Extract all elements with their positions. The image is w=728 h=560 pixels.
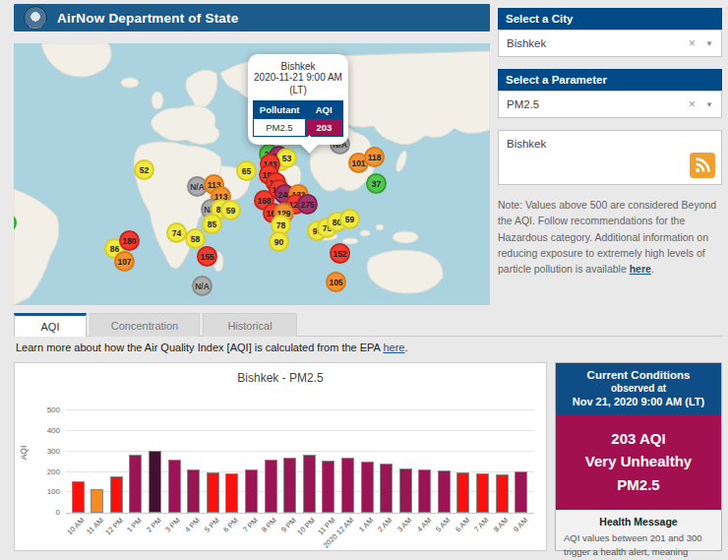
clear-icon[interactable]: ×: [689, 36, 696, 50]
x-axis-label: 10 AM: [65, 516, 86, 536]
bar-slot: 11 AM: [91, 401, 104, 513]
bar-slot: 6 PM: [225, 401, 239, 513]
note-suffix: .: [651, 263, 654, 275]
x-axis-label: 3 PM: [164, 516, 183, 534]
parameter-select[interactable]: PM2.5 × ▼: [498, 91, 722, 118]
popup-datetime: 2020-11-21 9:00 AM: [253, 72, 343, 85]
chart-bar[interactable]: [149, 451, 161, 513]
map-marker[interactable]: 118: [364, 147, 385, 167]
x-axis-label: 2 AM: [376, 516, 394, 533]
learn-more-suffix: .: [404, 342, 407, 353]
chart-bar[interactable]: [361, 462, 374, 513]
beyond-aqi-note: Note: Values above 500 are considered Be…: [498, 197, 722, 277]
bar-slot: 10 AM: [72, 401, 86, 513]
chart-bar[interactable]: [399, 468, 412, 513]
world-aqi-map[interactable]: 522756N/A113113N/A8159658558155N/A748618…: [14, 43, 490, 305]
chart-bar[interactable]: [341, 458, 354, 513]
map-marker[interactable]: 85: [202, 214, 222, 234]
x-axis-label: 5 AM: [434, 516, 452, 533]
health-message-text: AQI values between 201 and 300 trigger a…: [564, 531, 713, 560]
chart-bar[interactable]: [283, 458, 296, 513]
map-marker[interactable]: 155: [197, 246, 217, 267]
chart-bar[interactable]: [265, 460, 277, 513]
map-marker[interactable]: 107: [114, 251, 135, 272]
department-of-state-seal-logo: [24, 6, 47, 30]
x-axis-label: 12 PM: [103, 516, 125, 537]
chart-bar[interactable]: [515, 471, 527, 513]
city-select[interactable]: Bishkek × ▼: [498, 30, 722, 57]
chart-bar[interactable]: [303, 455, 316, 513]
map-marker[interactable]: 180: [119, 230, 140, 251]
y-axis-tick: 300: [34, 447, 60, 456]
chevron-down-icon[interactable]: ▼: [705, 39, 713, 48]
map-marker[interactable]: 65: [236, 160, 257, 181]
map-marker[interactable]: 74: [166, 222, 187, 243]
chart-bar[interactable]: [380, 464, 393, 513]
conditions-pollutant: PM2.5: [560, 473, 717, 496]
x-axis-label: 11 AM: [85, 516, 105, 536]
tab-aqi[interactable]: AQI: [14, 313, 87, 337]
map-marker[interactable]: 105: [326, 272, 346, 292]
popup-pollutant-value: PM2.5: [254, 119, 306, 137]
map-marker[interactable]: 59: [220, 200, 241, 220]
map-marker[interactable]: 152: [330, 243, 350, 264]
bar-slot: 5 PM: [207, 401, 220, 513]
chart-bar[interactable]: [207, 472, 219, 513]
x-axis-label: 7 PM: [241, 516, 260, 534]
bar-slot: 1 PM: [129, 401, 143, 513]
x-axis-label: 8 PM: [261, 516, 279, 534]
aqi-map-popup: Bishkek 2020-11-21 9:00 AM (LT) Pollutan…: [248, 54, 348, 145]
chart-bar[interactable]: [72, 481, 85, 513]
health-message-title: Health Message: [564, 516, 713, 528]
bar-slot: 10 PM: [303, 401, 317, 513]
chart-bar[interactable]: [438, 470, 451, 513]
chart-bar[interactable]: [322, 461, 334, 513]
clear-icon[interactable]: ×: [689, 97, 696, 111]
y-axis-tick: 400: [34, 426, 60, 435]
map-marker[interactable]: 59: [339, 209, 360, 229]
x-axis-label: 1 PM: [125, 516, 144, 534]
rss-icon[interactable]: [690, 153, 715, 178]
city-select-value: Bishkek: [507, 37, 689, 49]
map-marker[interactable]: 37: [366, 173, 387, 194]
x-axis-label: 4 AM: [415, 516, 433, 533]
tab-concentration[interactable]: Concentration: [90, 313, 200, 337]
learn-more-prefix: Learn more about how the Air Quality Ind…: [16, 342, 383, 353]
note-here-link[interactable]: here: [630, 263, 651, 275]
chart-bar[interactable]: [91, 489, 103, 513]
bar-slot: 4 AM: [418, 401, 432, 513]
chart-bar[interactable]: [456, 472, 469, 513]
chart-bar[interactable]: [129, 455, 142, 513]
parameter-select-value: PM2.5: [507, 98, 689, 110]
bar-slot: 3 PM: [168, 401, 182, 513]
map-marker[interactable]: 52: [134, 159, 154, 180]
note-text: Note: Values above 500 are considered Be…: [498, 199, 716, 275]
conditions-datetime: Nov 21, 2020 9:00 AM (LT): [560, 396, 717, 407]
bar-slot: 8 AM: [496, 401, 510, 513]
learn-more-here-link[interactable]: here: [383, 342, 404, 353]
x-axis-label: 3 AM: [395, 516, 413, 533]
bar-slot: 8 PM: [265, 401, 278, 513]
map-marker[interactable]: N/A: [192, 276, 212, 296]
y-axis-tick: 0: [34, 508, 60, 517]
chart-bar[interactable]: [187, 469, 200, 513]
popup-col-aqi: AQI: [305, 101, 342, 119]
map-marker[interactable]: 275: [297, 194, 318, 215]
chart-bar[interactable]: [110, 476, 123, 513]
chart-bar[interactable]: [418, 469, 431, 513]
chart-bar[interactable]: [245, 469, 258, 513]
chart-bar[interactable]: [225, 473, 238, 513]
chart-bar[interactable]: [168, 460, 181, 513]
chart-bar[interactable]: [496, 474, 509, 513]
tab-historical[interactable]: Historical: [203, 313, 297, 337]
chart-bar[interactable]: [476, 473, 489, 513]
conditions-title: Current Conditions: [560, 369, 717, 381]
city-select-group: Select a City Bishkek × ▼: [498, 8, 722, 57]
bar-slot: 2 AM: [380, 401, 394, 513]
aqi-bar-chart: Bishkek - PM2.5 AQI 010020030040050010 A…: [14, 362, 547, 551]
y-axis-tick: 100: [34, 487, 60, 496]
chevron-down-icon[interactable]: ▼: [705, 100, 713, 109]
y-axis-tick: 200: [34, 467, 60, 476]
map-marker[interactable]: 90: [269, 231, 289, 252]
current-conditions-panel: Current Conditions observed at Nov 21, 2…: [555, 362, 722, 551]
